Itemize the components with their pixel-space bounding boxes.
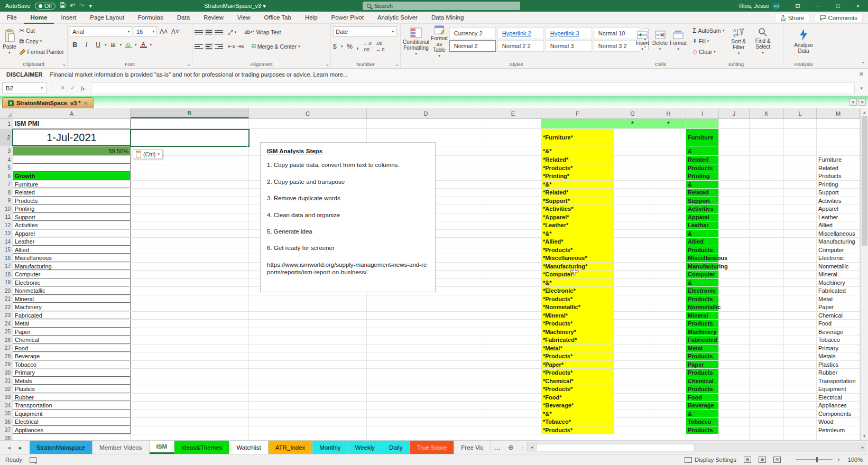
cell-H36[interactable] bbox=[651, 418, 686, 426]
cell-G32[interactable] bbox=[614, 385, 651, 393]
cell-L6[interactable] bbox=[784, 172, 817, 180]
menu-tab-insert[interactable]: Insert bbox=[54, 12, 83, 24]
cell-L38[interactable] bbox=[784, 434, 817, 440]
cell-I9[interactable]: Support bbox=[686, 197, 719, 205]
formula-input[interactable] bbox=[91, 82, 855, 94]
cell-G26[interactable] bbox=[614, 336, 651, 344]
cell-A31[interactable]: Metals bbox=[13, 377, 131, 385]
cell-A10[interactable]: Printing bbox=[13, 205, 131, 213]
column-header-B[interactable]: B bbox=[131, 108, 249, 118]
sheet-tab-free-vic[interactable]: Free Vic bbox=[454, 441, 491, 454]
cell-F10[interactable]: *Activities* bbox=[541, 205, 614, 213]
cell-B20[interactable] bbox=[131, 287, 249, 295]
close-button[interactable]: × bbox=[848, 0, 868, 12]
cell-F36[interactable]: *Tobacco* bbox=[541, 418, 614, 426]
cell-I33[interactable]: Food bbox=[686, 394, 719, 402]
cell-B14[interactable] bbox=[131, 238, 249, 246]
cell-G13[interactable] bbox=[614, 230, 651, 238]
cell-A3[interactable]: 59.50% bbox=[13, 146, 131, 155]
alignment-dialog-launcher[interactable]: ↘ bbox=[325, 62, 329, 67]
cell-G16[interactable] bbox=[614, 254, 651, 262]
cell-B35[interactable] bbox=[131, 410, 249, 418]
column-header-D[interactable]: D bbox=[367, 108, 485, 118]
normal-view-button[interactable]: ▦ bbox=[744, 457, 751, 463]
cell-K4[interactable] bbox=[750, 156, 784, 164]
menu-tab-page-layout[interactable]: Page Layout bbox=[83, 12, 131, 24]
cell-K5[interactable] bbox=[750, 164, 784, 172]
row-header-11[interactable]: 11 bbox=[0, 213, 13, 221]
cell-L25[interactable] bbox=[784, 328, 817, 336]
cell-J20[interactable] bbox=[719, 287, 750, 295]
cell-C23[interactable] bbox=[249, 312, 367, 320]
cell-A4[interactable] bbox=[13, 156, 131, 164]
cell-G33[interactable] bbox=[614, 394, 651, 402]
decrease-font-button[interactable]: A˅ bbox=[170, 26, 180, 36]
menu-tab-home[interactable]: Home bbox=[24, 12, 54, 24]
align-bottom-button[interactable] bbox=[215, 30, 223, 35]
cell-G9[interactable] bbox=[614, 197, 651, 205]
cell-K20[interactable] bbox=[750, 287, 784, 295]
column-header-M[interactable]: M bbox=[817, 108, 860, 118]
cell-A19[interactable]: Electronic bbox=[13, 279, 131, 287]
cell-B38[interactable] bbox=[131, 434, 249, 440]
paste-button[interactable]: Paste▾ bbox=[2, 25, 17, 58]
row-header-19[interactable]: 19 bbox=[0, 279, 13, 287]
cell-J18[interactable] bbox=[719, 271, 750, 278]
cell-A32[interactable]: Plastics bbox=[13, 385, 131, 393]
cell-F21[interactable]: *Products* bbox=[541, 295, 614, 303]
cell-I3[interactable]: & bbox=[686, 146, 719, 155]
cell-B5[interactable] bbox=[131, 164, 249, 172]
cell-K15[interactable] bbox=[750, 246, 784, 254]
menu-tab-data-mining[interactable]: Data Mining bbox=[424, 12, 470, 24]
cell-I2[interactable]: Furniture bbox=[686, 129, 719, 146]
cell-M9[interactable]: Activities bbox=[817, 197, 860, 205]
cell-L33[interactable] bbox=[784, 394, 817, 402]
currency-format-button[interactable]: $ bbox=[333, 43, 337, 50]
cell-E2[interactable] bbox=[485, 129, 541, 146]
cell-M19[interactable]: Machinery bbox=[817, 279, 860, 287]
cell-A8[interactable]: Related bbox=[13, 189, 131, 197]
cell-K36[interactable] bbox=[750, 418, 784, 426]
cell-H17[interactable] bbox=[651, 263, 686, 271]
cell-H22[interactable] bbox=[651, 303, 686, 311]
borders-button[interactable]: ⊞ bbox=[108, 40, 118, 50]
cell-H38[interactable] bbox=[651, 434, 686, 440]
cell-J32[interactable] bbox=[719, 385, 750, 393]
cell-A24[interactable]: Metal bbox=[13, 320, 131, 328]
row-header-26[interactable]: 26 bbox=[0, 336, 13, 344]
sheet-tab-member-videos[interactable]: Member Videos bbox=[93, 441, 149, 454]
ribbon-display-options-button[interactable]: ⊡ bbox=[788, 0, 808, 12]
cell-I34[interactable]: Beverage bbox=[686, 402, 719, 410]
cell-E10[interactable] bbox=[485, 205, 541, 213]
cell-E16[interactable] bbox=[485, 254, 541, 262]
cell-B24[interactable] bbox=[131, 320, 249, 328]
font-color-button[interactable]: A bbox=[138, 40, 149, 50]
cell-M36[interactable]: Wood bbox=[817, 418, 860, 426]
zoom-level[interactable]: 100% bbox=[848, 457, 863, 463]
cell-E33[interactable] bbox=[485, 394, 541, 402]
cell-E29[interactable] bbox=[485, 361, 541, 369]
cell-G10[interactable] bbox=[614, 205, 651, 213]
cell-E27[interactable] bbox=[485, 345, 541, 352]
cell-L3[interactable] bbox=[784, 146, 817, 155]
cell-D21[interactable] bbox=[367, 295, 485, 303]
cell-A13[interactable]: Apparel bbox=[13, 230, 131, 238]
scroll-down-icon[interactable]: ▼ bbox=[863, 432, 866, 440]
cell-J9[interactable] bbox=[719, 197, 750, 205]
format-cells-button[interactable]: Format▾ bbox=[670, 25, 687, 56]
cell-K35[interactable] bbox=[750, 410, 784, 418]
cell-D25[interactable] bbox=[367, 328, 485, 336]
cell-D33[interactable] bbox=[367, 394, 485, 402]
cell-I37[interactable]: Products bbox=[686, 426, 719, 434]
row-header-31[interactable]: 31 bbox=[0, 377, 13, 385]
row-header-10[interactable]: 10 bbox=[0, 205, 13, 213]
cell-H5[interactable] bbox=[651, 164, 686, 172]
cell-B6[interactable] bbox=[131, 172, 249, 180]
cell-J2[interactable] bbox=[719, 129, 750, 146]
cell-M12[interactable]: Allied bbox=[817, 221, 860, 229]
horizontal-scroll-thumb[interactable] bbox=[536, 444, 695, 451]
cell-E22[interactable] bbox=[485, 303, 541, 311]
cell-I31[interactable]: Chemical bbox=[686, 377, 719, 385]
cell-L31[interactable] bbox=[784, 377, 817, 385]
customize-qat-button[interactable]: ▾ bbox=[89, 1, 92, 11]
